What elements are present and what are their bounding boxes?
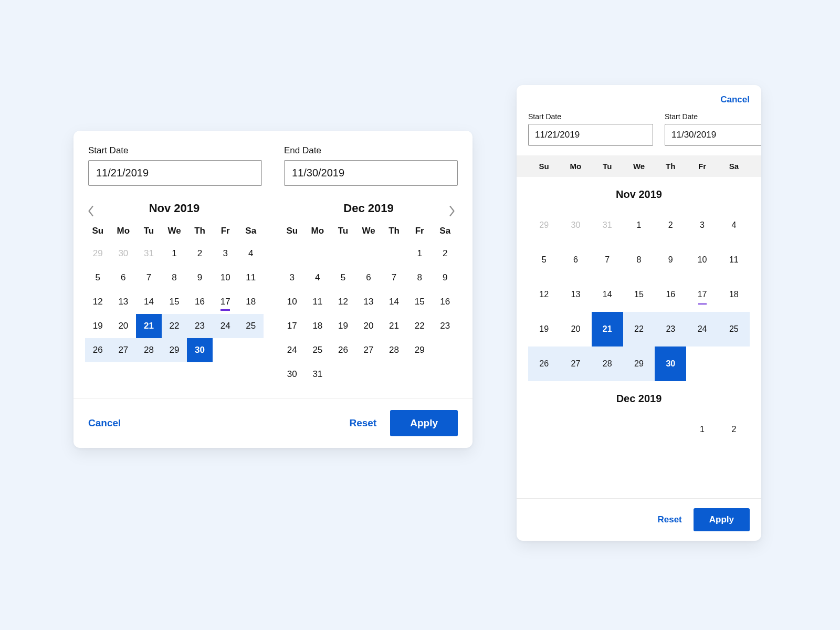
cancel-button[interactable]: Cancel [720, 94, 750, 105]
day-cell[interactable]: 20 [560, 312, 591, 346]
day-cell[interactable]: 30 [187, 338, 213, 362]
day-cell[interactable]: 26 [85, 338, 111, 362]
day-cell[interactable]: 26 [330, 338, 356, 362]
day-cell[interactable]: 29 [162, 338, 187, 362]
day-cell[interactable]: 3 [213, 242, 238, 266]
cancel-button[interactable]: Cancel [88, 417, 121, 429]
day-cell[interactable]: 13 [111, 290, 136, 314]
day-cell[interactable]: 20 [356, 314, 382, 338]
day-cell[interactable]: 16 [655, 277, 686, 312]
day-cell[interactable]: 1 [407, 242, 433, 266]
day-cell[interactable]: 9 [655, 243, 686, 277]
day-cell[interactable]: 12 [528, 277, 560, 312]
day-cell[interactable]: 9 [187, 266, 213, 290]
day-cell[interactable]: 13 [356, 290, 382, 314]
day-cell[interactable]: 23 [432, 314, 458, 338]
day-cell[interactable]: 29 [407, 338, 433, 362]
day-cell[interactable]: 6 [111, 266, 136, 290]
day-cell[interactable]: 28 [136, 338, 162, 362]
day-cell[interactable]: 17 [279, 314, 305, 338]
reset-button[interactable]: Reset [349, 417, 376, 429]
day-cell[interactable]: 10 [686, 243, 718, 277]
day-cell[interactable]: 17 [213, 290, 238, 314]
day-cell[interactable]: 3 [686, 208, 718, 243]
day-cell[interactable]: 8 [623, 243, 655, 277]
next-month-button[interactable] [444, 203, 460, 219]
day-cell[interactable]: 24 [213, 314, 238, 338]
day-cell[interactable]: 28 [381, 338, 407, 362]
day-cell[interactable]: 4 [718, 208, 750, 243]
day-cell[interactable]: 11 [305, 290, 331, 314]
day-cell[interactable]: 25 [238, 314, 264, 338]
day-cell[interactable]: 5 [85, 266, 111, 290]
day-cell[interactable]: 14 [592, 277, 623, 312]
day-cell[interactable]: 13 [560, 277, 591, 312]
day-cell[interactable]: 11 [238, 266, 264, 290]
day-cell[interactable]: 2 [432, 242, 458, 266]
day-cell[interactable]: 11 [718, 243, 750, 277]
day-cell[interactable]: 29 [85, 242, 111, 266]
day-cell[interactable]: 19 [85, 314, 111, 338]
day-cell[interactable]: 18 [305, 314, 331, 338]
day-cell[interactable]: 6 [356, 266, 382, 290]
day-cell[interactable]: 4 [238, 242, 264, 266]
day-cell[interactable]: 22 [623, 312, 655, 346]
day-cell[interactable]: 1 [162, 242, 187, 266]
day-cell[interactable]: 17 [686, 277, 718, 312]
day-cell[interactable]: 22 [407, 314, 433, 338]
day-cell[interactable]: 6 [560, 243, 591, 277]
day-cell[interactable]: 19 [528, 312, 560, 346]
day-cell[interactable]: 31 [305, 362, 331, 386]
day-cell[interactable]: 10 [279, 290, 305, 314]
day-cell[interactable]: 16 [187, 290, 213, 314]
day-cell[interactable]: 19 [330, 314, 356, 338]
day-cell[interactable]: 7 [592, 243, 623, 277]
day-cell[interactable]: 4 [305, 266, 331, 290]
start-date-input[interactable] [88, 160, 262, 186]
day-cell[interactable]: 26 [528, 346, 560, 381]
start-date-input[interactable] [528, 124, 653, 146]
day-cell[interactable]: 15 [162, 290, 187, 314]
day-cell[interactable]: 15 [407, 290, 433, 314]
day-cell[interactable]: 15 [623, 277, 655, 312]
day-cell[interactable]: 31 [592, 208, 623, 243]
reset-button[interactable]: Reset [657, 514, 681, 525]
day-cell[interactable]: 23 [655, 312, 686, 346]
day-cell[interactable]: 30 [111, 242, 136, 266]
day-cell[interactable]: 2 [718, 412, 750, 447]
day-cell[interactable]: 8 [162, 266, 187, 290]
day-cell[interactable]: 30 [655, 346, 686, 381]
day-cell[interactable]: 23 [187, 314, 213, 338]
day-cell[interactable]: 28 [592, 346, 623, 381]
day-cell[interactable]: 27 [356, 338, 382, 362]
mobile-month-scroll[interactable]: Nov 201929303112345678910111213141516171… [517, 177, 761, 498]
day-cell[interactable]: 22 [162, 314, 187, 338]
day-cell[interactable]: 14 [136, 290, 162, 314]
day-cell[interactable]: 30 [279, 362, 305, 386]
day-cell[interactable]: 5 [528, 243, 560, 277]
day-cell[interactable]: 24 [279, 338, 305, 362]
day-cell[interactable]: 9 [432, 266, 458, 290]
day-cell[interactable]: 25 [718, 312, 750, 346]
day-cell[interactable]: 16 [432, 290, 458, 314]
day-cell[interactable]: 2 [187, 242, 213, 266]
apply-button[interactable]: Apply [694, 508, 750, 531]
day-cell[interactable]: 30 [560, 208, 591, 243]
day-cell[interactable]: 27 [560, 346, 591, 381]
day-cell[interactable]: 24 [686, 312, 718, 346]
day-cell[interactable]: 8 [407, 266, 433, 290]
day-cell[interactable]: 12 [85, 290, 111, 314]
day-cell[interactable]: 7 [381, 266, 407, 290]
day-cell[interactable]: 3 [279, 266, 305, 290]
day-cell[interactable]: 7 [136, 266, 162, 290]
day-cell[interactable]: 1 [686, 412, 718, 447]
day-cell[interactable]: 5 [330, 266, 356, 290]
day-cell[interactable]: 2 [655, 208, 686, 243]
prev-month-button[interactable] [83, 203, 99, 219]
day-cell[interactable]: 29 [623, 346, 655, 381]
day-cell[interactable]: 18 [718, 277, 750, 312]
day-cell[interactable]: 1 [623, 208, 655, 243]
day-cell[interactable]: 21 [381, 314, 407, 338]
day-cell[interactable]: 31 [136, 242, 162, 266]
day-cell[interactable]: 21 [136, 314, 162, 338]
